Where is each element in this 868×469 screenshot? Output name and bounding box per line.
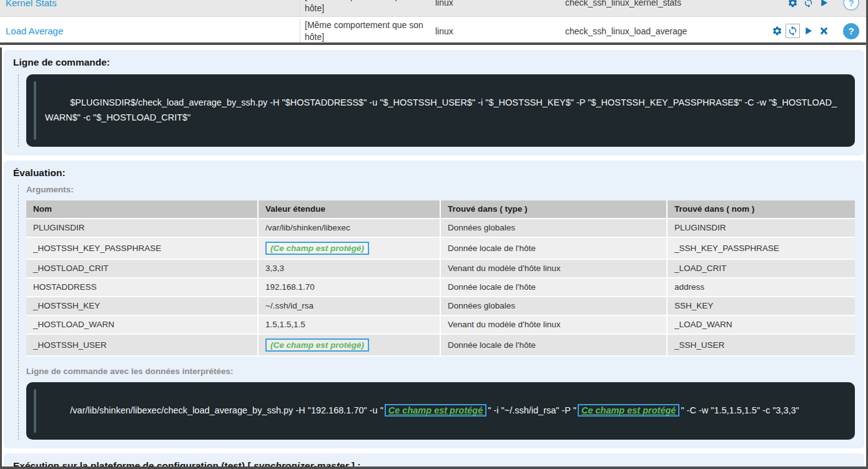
template-cell: linux <box>435 0 565 7</box>
arg-found-name: address <box>668 279 855 297</box>
interpreted-part-2: " -i "~/.ssh/id_rsa" -P " <box>488 405 576 415</box>
window-border-left <box>0 47 2 469</box>
service-link-load-average[interactable]: Load Average <box>6 26 63 36</box>
play-icon[interactable] <box>803 26 814 36</box>
arg-name: _HOSTSSH_KEY <box>26 297 259 316</box>
arg-type: Venant du modèle d'hôte linux <box>441 260 668 279</box>
column-header-type: Trouvé dans ( type ) <box>441 200 668 219</box>
arg-name: _HOSTLOAD_WARN <box>26 316 259 335</box>
protected-field-badge: (Ce champ est protégé) <box>265 338 369 352</box>
close-icon[interactable] <box>819 26 829 36</box>
interpreted-command-label: Ligne de commande avec les données inter… <box>26 367 855 376</box>
arg-type: Donnée locale de l'hôte <box>441 238 668 260</box>
panel-title: Évaluation: <box>13 167 855 179</box>
gear-icon[interactable] <box>772 26 782 36</box>
gear-icon[interactable] <box>787 0 798 8</box>
table-row: _HOSTLOAD_CRIT 3,3,3 Venant du modèle d'… <box>26 260 855 279</box>
behavior-cell: [Même comportement que son hôte] <box>300 0 435 14</box>
arg-type: Donnée locale de l'hôte <box>441 335 668 357</box>
arg-found-name: _SSH_USER <box>668 335 855 357</box>
play-icon[interactable] <box>819 0 829 8</box>
arg-type: Données globales <box>441 219 668 238</box>
arg-name: _HOSTSSH_USER <box>26 335 259 357</box>
raw-command-text: $PLUGINSDIR$/check_load_average_by_ssh.p… <box>45 97 837 122</box>
code-accent-bar <box>34 81 36 140</box>
help-icon[interactable]: ? <box>843 23 859 39</box>
table-row: _HOSTSSH_KEY_PASSPHRASE (Ce champ est pr… <box>26 238 855 260</box>
command-cell: check_ssh_linux_kernel_stats <box>565 0 787 7</box>
template-cell: linux <box>435 26 565 36</box>
arg-value: 1.5,1.5,1.5 <box>259 316 441 335</box>
arg-value: 3,3,3 <box>259 260 441 279</box>
row-actions: ? <box>772 23 868 39</box>
arg-found-name: _LOAD_WARN <box>668 316 855 335</box>
interpreted-part-1: /var/lib/shinken/libexec/check_load_aver… <box>70 405 383 415</box>
row-actions: ? <box>787 0 868 11</box>
arg-type: Données globales <box>441 297 668 316</box>
behavior-cell: [Même comportement que son hôte] <box>300 19 435 43</box>
table-row-load-average: Load Average [Même comportement que son … <box>0 17 868 45</box>
column-header-nom: Nom <box>26 200 259 219</box>
raw-command-codebox: $PLUGINSDIR$/check_load_average_by_ssh.p… <box>26 74 855 147</box>
service-name-cell: Kernel Stats <box>0 0 300 17</box>
arg-found-name: PLUGINSDIR <box>668 219 855 238</box>
command-cell: check_ssh_linux_load_average <box>565 26 772 36</box>
table-row: PLUGINSDIR /var/lib/shinken/libexec Donn… <box>26 219 855 238</box>
help-icon[interactable]: ? <box>843 0 859 11</box>
arg-value: 192.168.1.70 <box>259 279 441 297</box>
panel-title: Ligne de commande: <box>13 57 855 68</box>
arguments-table: Nom Valeur étendue Trouvé dans ( type ) … <box>26 200 855 357</box>
arg-found-name: SSH_KEY <box>668 297 855 316</box>
arg-value: ~/.ssh/id_rsa <box>259 297 441 316</box>
arg-name: _HOSTLOAD_CRIT <box>26 260 259 279</box>
window-border-bottom <box>0 467 868 469</box>
code-accent-bar <box>34 389 36 433</box>
table-header-row: Nom Valeur étendue Trouvé dans ( type ) … <box>26 200 855 219</box>
column-header-valeur: Valeur étendue <box>259 200 441 219</box>
arg-name: _HOSTSSH_KEY_PASSPHRASE <box>26 238 259 260</box>
table-row-kernel-stats: Kernel Stats [Même comportement que son … <box>0 0 868 17</box>
interpreted-part-3: " -C -w "1.5,1.5,1.5" -c "3,3,3" <box>681 405 799 415</box>
table-row: HOSTADDRESS 192.168.1.70 Donnée locale d… <box>26 279 855 297</box>
sync-icon[interactable] <box>803 0 814 8</box>
services-table: Kernel Stats [Même comportement que son … <box>0 0 868 45</box>
interpreted-command-codebox: /var/lib/shinken/libexec/check_load_aver… <box>26 382 855 440</box>
arg-found-name: _SSH_KEY_PASSPHRASE <box>668 238 855 260</box>
service-name-cell: Load Average <box>0 19 300 43</box>
arg-type: Donnée locale de l'hôte <box>441 279 668 297</box>
arg-name: PLUGINSDIR <box>26 219 259 238</box>
details-content: Ligne de commande: $PLUGINSDIR$/check_lo… <box>0 45 868 469</box>
sync-icon[interactable] <box>787 26 798 36</box>
arguments-label: Arguments: <box>26 185 855 194</box>
evaluation-panel: Évaluation: Arguments: Nom Valeur étendu… <box>4 160 864 448</box>
service-link-kernel-stats[interactable]: Kernel Stats <box>6 0 57 8</box>
table-row: _HOSTLOAD_WARN 1.5,1.5,1.5 Venant du mod… <box>26 316 855 335</box>
arg-value: (Ce champ est protégé) <box>259 238 441 260</box>
arg-value: (Ce champ est protégé) <box>259 335 441 357</box>
table-row: _HOSTSSH_USER (Ce champ est protégé) Don… <box>26 335 855 357</box>
table-row: _HOSTSSH_KEY ~/.ssh/id_rsa Données globa… <box>26 297 855 316</box>
service-configuration-page: Kernel Stats [Même comportement que son … <box>0 0 868 469</box>
arg-value: /var/lib/shinken/libexec <box>259 219 441 238</box>
arg-found-name: _LOAD_CRIT <box>668 260 855 279</box>
protected-field-badge: Ce champ est protégé <box>578 404 680 417</box>
arg-type: Venant du modèle d'hôte linux <box>441 316 668 335</box>
command-line-panel: Ligne de commande: $PLUGINSDIR$/check_lo… <box>4 50 864 156</box>
protected-field-badge: Ce champ est protégé <box>385 404 487 417</box>
arg-name: HOSTADDRESS <box>26 279 259 297</box>
column-header-nom-trouve: Trouvé dans ( nom ) <box>668 200 855 219</box>
protected-field-badge: (Ce champ est protégé) <box>265 242 369 255</box>
